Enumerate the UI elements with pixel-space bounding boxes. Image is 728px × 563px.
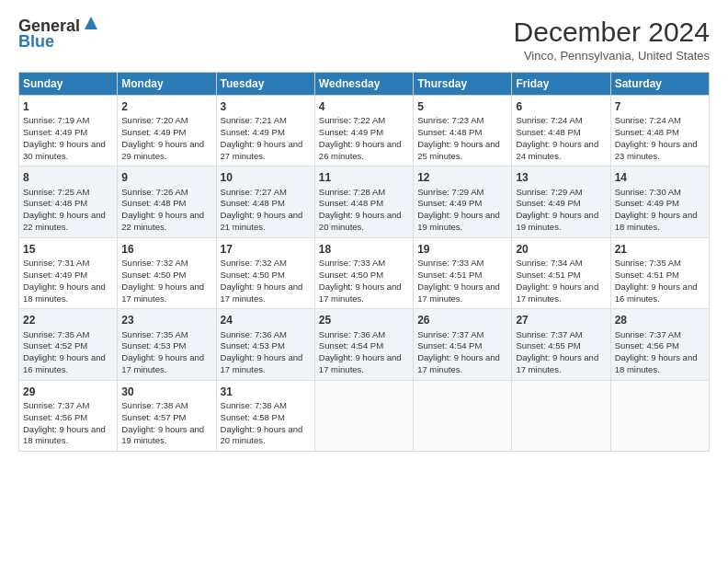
daylight-text: Daylight: 9 hours and 27 minutes. (221, 139, 303, 161)
table-row: 19Sunrise: 7:33 AMSunset: 4:51 PMDayligh… (414, 237, 512, 308)
daylight-text: Daylight: 9 hours and 21 minutes. (221, 210, 303, 232)
day-number: 21 (615, 242, 705, 257)
day-number: 31 (221, 385, 311, 399)
sunset-text: Sunset: 4:49 PM (319, 127, 383, 137)
sunrise-text: Sunrise: 7:35 AM (615, 258, 681, 268)
table-row: 14Sunrise: 7:30 AMSunset: 4:49 PMDayligh… (610, 167, 709, 237)
table-row: 3Sunrise: 7:21 AMSunset: 4:49 PMDaylight… (216, 96, 314, 167)
col-friday: Friday (512, 73, 610, 96)
sunrise-text: Sunrise: 7:37 AM (615, 329, 681, 339)
day-number: 4 (319, 99, 409, 114)
daylight-text: Daylight: 9 hours and 29 minutes. (121, 139, 204, 161)
daylight-text: Daylight: 9 hours and 17 minutes. (221, 352, 303, 374)
table-row: 20Sunrise: 7:34 AMSunset: 4:51 PMDayligh… (512, 237, 610, 308)
sunset-text: Sunset: 4:50 PM (319, 270, 383, 280)
sunrise-text: Sunrise: 7:21 AM (221, 115, 287, 125)
sunrise-text: Sunrise: 7:24 AM (615, 115, 681, 125)
sunrise-text: Sunrise: 7:37 AM (417, 329, 483, 339)
daylight-text: Daylight: 9 hours and 22 minutes. (23, 210, 106, 232)
calendar-table: Sunday Monday Tuesday Wednesday Thursday… (18, 72, 710, 452)
sunset-text: Sunset: 4:54 PM (417, 340, 482, 350)
sunset-text: Sunset: 4:49 PM (417, 198, 482, 208)
day-number: 28 (615, 313, 705, 327)
day-number: 25 (319, 313, 409, 327)
sunset-text: Sunset: 4:51 PM (615, 270, 679, 280)
day-number: 13 (516, 170, 606, 185)
daylight-text: Daylight: 9 hours and 17 minutes. (319, 352, 402, 374)
daylight-text: Daylight: 9 hours and 16 minutes. (615, 282, 698, 304)
calendar-week-5: 29Sunrise: 7:37 AMSunset: 4:56 PMDayligh… (19, 380, 710, 451)
daylight-text: Daylight: 9 hours and 18 minutes. (23, 424, 106, 446)
sunrise-text: Sunrise: 7:27 AM (221, 187, 287, 197)
sunrise-text: Sunrise: 7:20 AM (121, 115, 188, 125)
table-row (512, 380, 610, 451)
table-row: 15Sunrise: 7:31 AMSunset: 4:49 PMDayligh… (19, 237, 118, 308)
sunset-text: Sunset: 4:49 PM (615, 198, 679, 208)
daylight-text: Daylight: 9 hours and 20 minutes. (221, 424, 303, 446)
daylight-text: Daylight: 9 hours and 17 minutes. (221, 282, 303, 304)
daylight-text: Daylight: 9 hours and 22 minutes. (121, 210, 204, 232)
sunset-text: Sunset: 4:48 PM (615, 127, 679, 137)
sunset-text: Sunset: 4:52 PM (23, 340, 87, 350)
daylight-text: Daylight: 9 hours and 18 minutes. (23, 282, 106, 304)
sunset-text: Sunset: 4:49 PM (23, 127, 87, 137)
svg-marker-0 (85, 17, 97, 29)
logo-text-blue: Blue (18, 32, 54, 52)
sunset-text: Sunset: 4:51 PM (516, 270, 580, 280)
table-row: 18Sunrise: 7:33 AMSunset: 4:50 PMDayligh… (314, 237, 413, 308)
calendar-week-3: 15Sunrise: 7:31 AMSunset: 4:49 PMDayligh… (19, 237, 710, 308)
day-number: 9 (121, 170, 211, 185)
sunrise-text: Sunrise: 7:26 AM (121, 187, 188, 197)
table-row: 29Sunrise: 7:37 AMSunset: 4:56 PMDayligh… (19, 380, 118, 451)
sunrise-text: Sunrise: 7:29 AM (516, 187, 582, 197)
table-row: 7Sunrise: 7:24 AMSunset: 4:48 PMDaylight… (610, 96, 709, 167)
table-row: 23Sunrise: 7:35 AMSunset: 4:53 PMDayligh… (118, 309, 216, 380)
sunrise-text: Sunrise: 7:35 AM (121, 329, 188, 339)
sunrise-text: Sunrise: 7:19 AM (23, 115, 89, 125)
table-row: 4Sunrise: 7:22 AMSunset: 4:49 PMDaylight… (314, 96, 413, 167)
sunrise-text: Sunrise: 7:23 AM (417, 115, 483, 125)
sunset-text: Sunset: 4:49 PM (23, 270, 87, 280)
day-number: 18 (319, 242, 409, 257)
day-number: 12 (417, 170, 507, 185)
table-row: 8Sunrise: 7:25 AMSunset: 4:48 PMDaylight… (19, 167, 118, 237)
sunrise-text: Sunrise: 7:36 AM (319, 329, 385, 339)
logo: General Blue (18, 17, 99, 52)
sunset-text: Sunset: 4:50 PM (221, 270, 285, 280)
col-saturday: Saturday (610, 73, 709, 96)
sunset-text: Sunset: 4:48 PM (319, 198, 383, 208)
table-row: 13Sunrise: 7:29 AMSunset: 4:49 PMDayligh… (512, 167, 610, 237)
table-row: 30Sunrise: 7:38 AMSunset: 4:57 PMDayligh… (118, 380, 216, 451)
title-block: December 2024 Vinco, Pennsylvania, Unite… (514, 17, 710, 63)
sunset-text: Sunset: 4:48 PM (121, 198, 186, 208)
calendar-week-2: 8Sunrise: 7:25 AMSunset: 4:48 PMDaylight… (19, 167, 710, 237)
sunset-text: Sunset: 4:56 PM (615, 340, 679, 350)
sunset-text: Sunset: 4:53 PM (221, 340, 285, 350)
sunset-text: Sunset: 4:48 PM (516, 127, 580, 137)
daylight-text: Daylight: 9 hours and 17 minutes. (417, 282, 500, 304)
sunset-text: Sunset: 4:53 PM (121, 340, 186, 350)
day-number: 10 (221, 170, 311, 185)
table-row: 22Sunrise: 7:35 AMSunset: 4:52 PMDayligh… (19, 309, 118, 380)
table-row: 28Sunrise: 7:37 AMSunset: 4:56 PMDayligh… (610, 309, 709, 380)
daylight-text: Daylight: 9 hours and 18 minutes. (615, 210, 698, 232)
table-row (314, 380, 413, 451)
col-tuesday: Tuesday (216, 73, 314, 96)
sunset-text: Sunset: 4:58 PM (221, 412, 285, 422)
daylight-text: Daylight: 9 hours and 17 minutes. (516, 282, 598, 304)
page: General Blue December 2024 Vinco, Pennsy… (0, 0, 728, 563)
day-number: 24 (221, 313, 311, 327)
sunset-text: Sunset: 4:54 PM (319, 340, 383, 350)
sunset-text: Sunset: 4:50 PM (121, 270, 186, 280)
day-number: 3 (221, 99, 311, 114)
sunrise-text: Sunrise: 7:37 AM (516, 329, 582, 339)
table-row: 24Sunrise: 7:36 AMSunset: 4:53 PMDayligh… (216, 309, 314, 380)
sunset-text: Sunset: 4:56 PM (23, 412, 87, 422)
sunrise-text: Sunrise: 7:38 AM (121, 400, 188, 410)
table-row: 25Sunrise: 7:36 AMSunset: 4:54 PMDayligh… (314, 309, 413, 380)
daylight-text: Daylight: 9 hours and 25 minutes. (417, 139, 500, 161)
table-row: 10Sunrise: 7:27 AMSunset: 4:48 PMDayligh… (216, 167, 314, 237)
table-row: 16Sunrise: 7:32 AMSunset: 4:50 PMDayligh… (118, 237, 216, 308)
sunset-text: Sunset: 4:49 PM (516, 198, 580, 208)
table-row: 5Sunrise: 7:23 AMSunset: 4:48 PMDaylight… (414, 96, 512, 167)
